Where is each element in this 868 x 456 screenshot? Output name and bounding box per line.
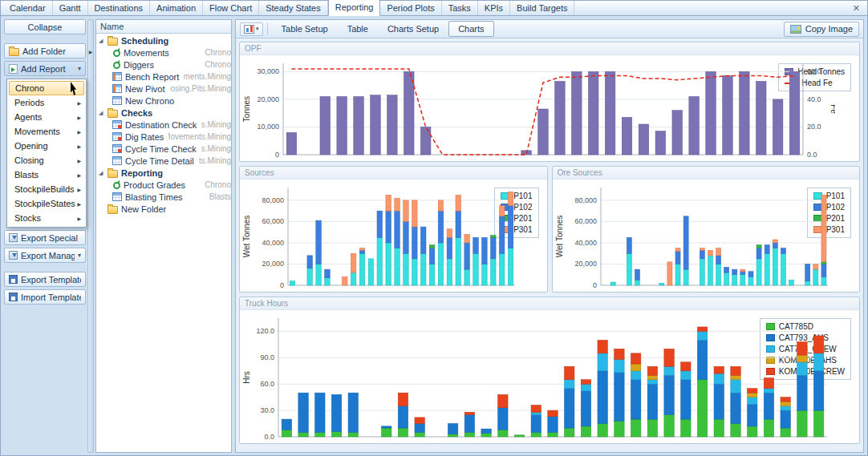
splitter-collapse-icon[interactable]: ▶: [88, 49, 93, 54]
report-main-panel: ▾ Table SetupTableCharts SetupCharts Cop…: [235, 19, 864, 453]
menu-item-stockpilebuilds[interactable]: StockpileBuilds▶: [9, 182, 84, 196]
tree-item-cycle-time-detail[interactable]: Cycle Time DetailMovements.Mining: [96, 155, 231, 167]
export-manager-button[interactable]: Export Manager ▾: [4, 248, 86, 263]
import-template-button[interactable]: Import Template: [4, 289, 86, 305]
tab-calendar[interactable]: Calendar: [3, 1, 53, 15]
submenu-arrow-icon: ▶: [77, 158, 81, 163]
tree-item-type: Movements.Mining: [201, 144, 231, 153]
toolbar-separator: [267, 22, 268, 35]
menu-item-label: Closing: [14, 155, 44, 165]
tree-folder-new-folder[interactable]: New Folder: [96, 203, 231, 215]
menu-item-label: Blasts: [14, 170, 39, 180]
tab-tasks[interactable]: Tasks: [442, 1, 478, 15]
tab-destinations[interactable]: Destinations: [88, 1, 151, 15]
tree-item-cycle-time-check[interactable]: Cycle Time CheckMovements.Mining: [96, 143, 231, 155]
view-tabs-host: Table SetupTableCharts SetupCharts: [272, 21, 494, 37]
truck-hours-plot: 0.030.060.090.0120.0Hrs: [241, 312, 756, 442]
export-icon: [9, 251, 18, 260]
main-tab-bar: CalendarGanttDestinationsAnimationFlow C…: [1, 1, 867, 16]
view-tab-table-setup[interactable]: Table Setup: [272, 21, 338, 37]
add-folder-button[interactable]: Add Folder: [4, 43, 86, 59]
tree-item-destination-check[interactable]: Destination CheckMovements.Mining: [96, 119, 231, 131]
tab-gantt[interactable]: Gantt: [53, 1, 88, 15]
tree-folder-scheduling[interactable]: ◢Scheduling: [96, 34, 231, 46]
close-icon[interactable]: ✕: [846, 2, 867, 15]
svg-text:30.0: 30.0: [260, 406, 274, 414]
view-tab-charts-setup[interactable]: Charts Setup: [378, 21, 448, 37]
save-icon: [9, 275, 18, 284]
export-templates-button[interactable]: Export Templates: [4, 272, 86, 287]
menu-item-blasts[interactable]: Blasts▶: [9, 167, 84, 182]
export-manager-label: Export Manager: [21, 251, 75, 260]
folder-icon: [107, 38, 118, 46]
menu-item-label: Periods: [14, 98, 44, 107]
svg-text:0: 0: [275, 151, 279, 159]
chart-type-dropdown[interactable]: ▾: [240, 22, 263, 36]
menu-item-agents[interactable]: Agents▶: [9, 110, 84, 124]
tab-steady-states[interactable]: Steady States: [259, 1, 328, 15]
tree-folder-checks[interactable]: ◢Checks: [96, 107, 231, 119]
view-tab-table[interactable]: Table: [338, 21, 378, 37]
tree-column-header[interactable]: Name: [96, 20, 231, 34]
grid-icon: [112, 192, 122, 201]
tree-folder-label: New Folder: [121, 204, 166, 214]
tree-item-movements[interactable]: MovementsChrono: [96, 46, 231, 59]
submenu-arrow-icon: ▶: [77, 143, 81, 149]
tab-animation[interactable]: Animation: [150, 1, 203, 15]
tab-build-targets[interactable]: Build Targets: [510, 1, 574, 15]
tree-item-new-pivot[interactable]: New PivotClosing.Pits.Mining: [96, 83, 231, 95]
submenu-arrow-icon: ▶: [77, 172, 81, 178]
svg-text:0: 0: [280, 281, 284, 289]
menu-item-stocks[interactable]: Stocks▶: [9, 211, 84, 225]
collapse-node-icon[interactable]: ◢: [99, 38, 107, 44]
tree-item-label: Diggers: [124, 60, 154, 70]
chevron-down-icon: ▾: [78, 65, 81, 72]
tab-flow-chart[interactable]: Flow Chart: [203, 1, 259, 15]
svg-text:0: 0: [592, 281, 596, 289]
tree-body: ◢SchedulingMovementsChronoDiggersChronoB…: [96, 34, 231, 452]
tree-folder-reporting[interactable]: ◢Reporting: [96, 167, 231, 179]
export-special-button[interactable]: Export Special: [4, 230, 86, 245]
folder-icon: [107, 170, 118, 178]
add-report-button[interactable]: Add Report ▾: [4, 61, 86, 76]
tab-period-plots[interactable]: Period Plots: [380, 1, 441, 15]
menu-item-movements[interactable]: Movements▶: [9, 124, 84, 139]
report-toolbar: ▾ Table SetupTableCharts SetupCharts Cop…: [236, 20, 863, 38]
menu-item-opening[interactable]: Opening▶: [9, 139, 84, 153]
svg-text:Fe: Fe: [829, 104, 835, 114]
tree-item-bench-report[interactable]: Bench ReportMovements.Mining: [96, 71, 231, 83]
ore-sources-chart-panel: Ore Sources 020,00040,00060,00080,000Wet…: [552, 166, 861, 293]
sidebar-splitter[interactable]: ▶: [87, 19, 94, 453]
copy-image-button[interactable]: Copy Image: [784, 22, 859, 37]
tree-folder-label: Scheduling: [121, 36, 168, 46]
tree-item-new-chrono[interactable]: New Chrono: [96, 95, 231, 107]
chrono-icon: [113, 62, 120, 69]
tree-item-diggers[interactable]: DiggersChrono: [96, 59, 231, 71]
tree-item-type: Chrono: [159, 60, 231, 69]
add-report-menu: ChronoPeriods▶Agents▶Movements▶Opening▶C…: [6, 79, 87, 228]
submenu-arrow-icon: ▶: [77, 187, 81, 192]
collapse-button[interactable]: Collapse: [4, 19, 86, 34]
check-icon: [112, 120, 122, 129]
tab-kpis[interactable]: KPIs: [478, 1, 510, 15]
truck-hours-chart-panel: Truck Hours 0.030.060.090.0120.0Hrs CAT7…: [239, 297, 860, 444]
tree-folder-label: Reporting: [121, 168, 163, 178]
svg-text:40.0: 40.0: [807, 95, 821, 103]
tree-item-label: New Pivot: [125, 84, 165, 94]
menu-item-periods[interactable]: Periods▶: [9, 95, 84, 110]
save-icon: [9, 293, 18, 301]
tree-item-product-grades[interactable]: Product GradesChrono: [96, 179, 231, 191]
view-tab-charts[interactable]: Charts: [448, 21, 493, 37]
tree-item-dig-rates[interactable]: Dig RatesMovements.Mining: [96, 131, 231, 143]
menu-item-stockpilestates[interactable]: StockpileStates▶: [9, 196, 84, 211]
collapse-node-icon[interactable]: ◢: [99, 170, 107, 176]
tab-reporting[interactable]: Reporting: [328, 0, 381, 16]
add-folder-label: Add Folder: [22, 46, 66, 56]
tree-item-blasting-times[interactable]: Blasting TimesBlasts: [96, 191, 231, 203]
tree-item-type: Blasts: [188, 192, 231, 201]
svg-text:80,000: 80,000: [574, 196, 597, 204]
collapse-node-icon[interactable]: ◢: [99, 110, 107, 116]
menu-item-closing[interactable]: Closing▶: [9, 153, 84, 167]
tree-folder-label: Checks: [121, 108, 152, 118]
tree-item-type: Movements.Mining: [168, 132, 231, 141]
